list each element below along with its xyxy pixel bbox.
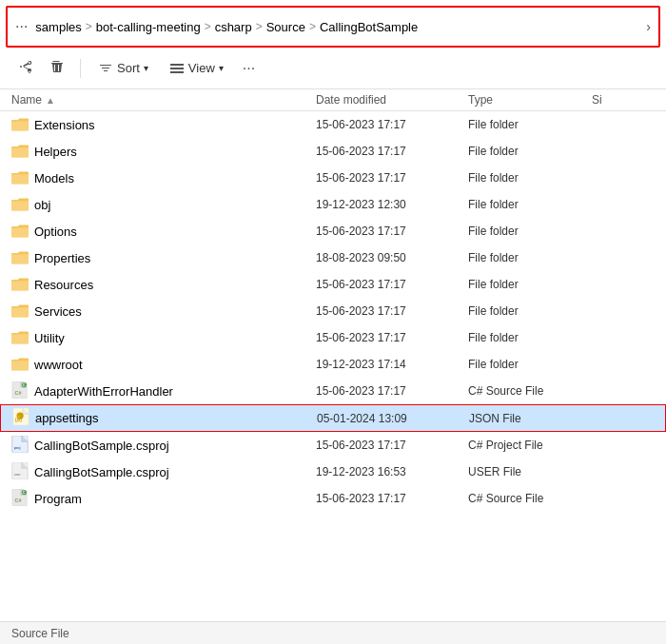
file-name-cell: Properties — [11, 248, 316, 268]
table-row[interactable]: Helpers 15-06-2023 17:17 File folder — [0, 138, 666, 165]
table-row[interactable]: C# C Program 15-06-2023 17:17 C# Source … — [0, 485, 666, 512]
breadcrumb-sep-0: > — [86, 20, 92, 33]
status-text: Source File — [11, 627, 69, 640]
breadcrumb-item-4[interactable]: CallingBotSample — [320, 20, 418, 34]
file-name-text: wwwroot — [34, 358, 83, 372]
col-sort-arrow-icon: ▲ — [46, 95, 55, 106]
file-name-cell: Models — [11, 168, 316, 188]
table-row[interactable]: Resources 15-06-2023 17:17 File folder — [0, 271, 666, 298]
file-icon — [11, 195, 29, 215]
file-date-cell: 15-06-2023 17:17 — [316, 384, 468, 398]
file-icon — [11, 222, 29, 242]
file-name-text: appsettings — [35, 411, 99, 425]
file-date-cell: 05-01-2024 13:09 — [317, 412, 469, 425]
file-name-cell: Extensions — [11, 115, 316, 135]
file-type-cell: C# Project File — [468, 439, 592, 452]
file-icon: {js} ♪ — [12, 408, 29, 428]
breadcrumb: ··· samples > bot-calling-meeting > csha… — [6, 6, 660, 48]
more-label: ··· — [243, 60, 255, 76]
delete-button[interactable] — [44, 55, 70, 82]
file-name-cell: wwwroot — [11, 355, 316, 375]
file-icon: user — [11, 462, 29, 482]
file-name-cell: {js} ♪ appsettings — [12, 408, 317, 428]
file-name-text: Properties — [34, 251, 90, 265]
file-type-cell: File folder — [468, 198, 592, 211]
file-name-text: Services — [34, 304, 82, 319]
file-icon — [11, 328, 29, 348]
file-name-text: CallingBotSample.csproj — [34, 465, 169, 479]
file-date-cell: 18-08-2023 09:50 — [316, 251, 468, 264]
file-date-cell: 15-06-2023 17:17 — [316, 145, 468, 158]
col-size-label: Si — [592, 93, 602, 107]
file-name-cell: Utility — [11, 328, 316, 348]
table-row[interactable]: obj 19-12-2023 12:30 File folder — [0, 191, 666, 218]
svg-text:♪: ♪ — [18, 414, 20, 419]
file-name-text: Models — [34, 171, 74, 185]
file-name-cell: Resources — [11, 275, 316, 295]
file-name-cell: Services — [11, 302, 316, 322]
breadcrumb-sep-2: > — [256, 20, 263, 33]
col-name-label[interactable]: Name — [11, 93, 42, 107]
table-row[interactable]: Utility 15-06-2023 17:17 File folder — [0, 324, 666, 351]
breadcrumb-item-1[interactable]: bot-calling-meeting — [96, 20, 201, 34]
view-button[interactable]: View ▾ — [162, 57, 231, 80]
file-icon — [11, 275, 29, 295]
file-name-cell: proj CallingBotSample.csproj — [11, 436, 316, 456]
svg-text:C: C — [23, 491, 26, 495]
view-label: View — [188, 61, 215, 75]
file-type-cell: File folder — [468, 145, 592, 158]
file-type-cell: USER File — [468, 465, 592, 478]
table-row[interactable]: C# C AdapterWithErrorHandler 15-06-2023 … — [0, 378, 666, 404]
breadcrumb-items: samples > bot-calling-meeting > csharp >… — [35, 20, 640, 34]
file-name-text: Program — [34, 492, 82, 506]
file-type-cell: JSON File — [469, 412, 593, 425]
file-type-cell: File folder — [468, 304, 592, 318]
table-row[interactable]: user CallingBotSample.csproj 19-12-2023 … — [0, 459, 666, 485]
more-options-button[interactable]: ··· — [237, 56, 261, 81]
share-button[interactable] — [11, 55, 38, 82]
table-row[interactable]: Options 15-06-2023 17:17 File folder — [0, 218, 666, 244]
column-headers: Name ▲ Date modified Type Si — [0, 89, 666, 111]
breadcrumb-forward-icon[interactable]: › — [646, 19, 651, 34]
table-row[interactable]: Extensions 15-06-2023 17:17 File folder — [0, 111, 666, 138]
file-name-cell: Options — [11, 222, 316, 242]
table-row[interactable]: Services 15-06-2023 17:17 File folder — [0, 298, 666, 324]
file-name-text: Resources — [34, 278, 93, 292]
file-date-cell: 15-06-2023 17:17 — [316, 304, 468, 318]
svg-text:user: user — [14, 472, 22, 476]
file-name-text: Helpers — [34, 145, 77, 159]
table-row[interactable]: Properties 18-08-2023 09:50 File folder — [0, 244, 666, 271]
file-name-text: Utility — [34, 331, 65, 345]
file-name-cell: user CallingBotSample.csproj — [11, 462, 316, 482]
file-type-cell: C# Source File — [468, 492, 592, 505]
file-icon — [11, 168, 29, 188]
view-chevron-icon: ▾ — [219, 63, 224, 73]
sort-chevron-icon: ▾ — [144, 63, 148, 73]
file-icon: proj — [11, 436, 29, 456]
file-name-text: AdapterWithErrorHandler — [34, 384, 173, 399]
svg-text:C#: C# — [15, 497, 22, 502]
sort-button[interactable]: Sort ▾ — [90, 57, 156, 80]
col-date-label: Date modified — [316, 93, 386, 107]
svg-text:C: C — [23, 383, 26, 387]
table-row[interactable]: {js} ♪ appsettings 05-01-2024 13:09 JSON… — [0, 404, 666, 432]
file-date-cell: 19-12-2023 16:53 — [316, 465, 468, 478]
breadcrumb-item-3[interactable]: Source — [266, 20, 305, 34]
breadcrumb-item-0[interactable]: samples — [35, 20, 81, 34]
breadcrumb-item-2[interactable]: csharp — [215, 20, 252, 34]
file-icon: C# C — [11, 489, 29, 509]
table-row[interactable]: wwwroot 19-12-2023 17:14 File folder — [0, 351, 666, 378]
breadcrumb-sep-3: > — [309, 20, 316, 33]
file-type-cell: File folder — [468, 224, 592, 238]
breadcrumb-sep-1: > — [205, 20, 211, 33]
file-type-cell: File folder — [468, 171, 592, 185]
file-icon — [11, 248, 29, 268]
file-icon — [11, 115, 29, 135]
file-name-text: Options — [34, 224, 77, 239]
breadcrumb-more-button[interactable]: ··· — [15, 18, 28, 35]
table-row[interactable]: Models 15-06-2023 17:17 File folder — [0, 165, 666, 191]
table-row[interactable]: proj CallingBotSample.csproj 15-06-2023 … — [0, 432, 666, 459]
file-icon: C# C — [11, 381, 29, 401]
file-date-cell: 15-06-2023 17:17 — [316, 331, 468, 344]
file-name-text: Extensions — [34, 118, 95, 132]
